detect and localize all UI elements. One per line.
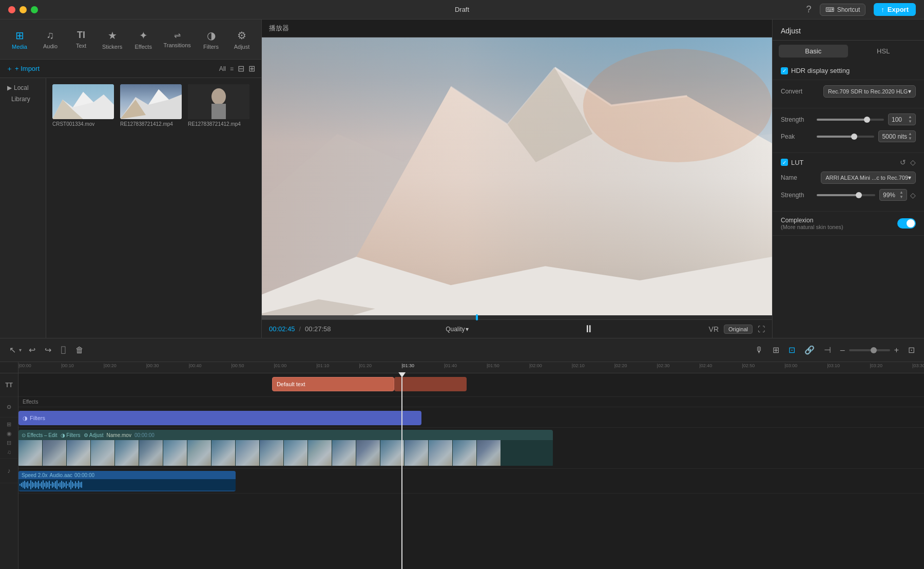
help-icon[interactable]: ? bbox=[806, 4, 812, 15]
original-button[interactable]: Original bbox=[724, 325, 753, 334]
sidebar-item-filters[interactable]: ◑ Filters bbox=[196, 25, 226, 54]
microphone-button[interactable]: 🎙 bbox=[753, 344, 765, 357]
hdr-section: ✓ HDR display setting bbox=[773, 62, 924, 80]
lut-strength-value[interactable]: 99% ▲ ▼ bbox=[879, 189, 907, 201]
library-item[interactable]: Library bbox=[4, 93, 42, 105]
sidebar-item-adjust[interactable]: ⚙ Adjust bbox=[226, 25, 257, 54]
peak-down-arrow[interactable]: ▼ bbox=[908, 137, 912, 141]
import-button[interactable]: ＋ + Import bbox=[6, 64, 40, 73]
frame-thumb bbox=[356, 440, 380, 466]
lut-strength-slider[interactable] bbox=[817, 194, 875, 196]
strength-value[interactable]: 100 ▲ ▼ bbox=[888, 113, 916, 125]
export-button[interactable]: ↑ Export bbox=[874, 3, 916, 16]
shortcut-button[interactable]: ⌨ Shortcut bbox=[820, 4, 866, 16]
ruler-mark: |01:20 bbox=[359, 363, 372, 368]
fullscreen-button[interactable]: ⛶ bbox=[758, 325, 765, 333]
media-toolbar-right: All ≡ ⊟ ⊞ bbox=[219, 64, 255, 73]
effects-edit-tag: ⊙ Effects – Edit bbox=[22, 432, 57, 438]
list-item[interactable]: 00:32 bbox=[52, 84, 114, 127]
frame-thumb bbox=[91, 440, 114, 466]
strength-slider[interactable] bbox=[817, 119, 884, 121]
tab-hsl[interactable]: HSL bbox=[849, 45, 918, 58]
frame-thumb bbox=[43, 440, 66, 466]
lut-diamond-icon[interactable]: ◇ bbox=[910, 158, 916, 166]
lut-strength-up-arrow[interactable]: ▲ bbox=[899, 191, 903, 195]
lut-name-select[interactable]: ARRI ALEXA Mini ...c to Rec.709 ▾ bbox=[821, 172, 916, 184]
play-pause-button[interactable]: ⏸ bbox=[584, 323, 594, 335]
filter-icon-tl: ◑ bbox=[23, 415, 28, 422]
text-clip-default[interactable]: Default text bbox=[272, 377, 394, 391]
timeline-ruler[interactable]: |00:00 |00:10 |00:20 |00:30 |00:40 |00:5… bbox=[18, 362, 924, 373]
filters-icon: ◑ bbox=[207, 29, 216, 42]
select-tool-button[interactable]: ↖ bbox=[7, 343, 18, 357]
link-button[interactable]: 🔗 bbox=[802, 343, 817, 357]
undo-button[interactable]: ↩ bbox=[27, 343, 37, 357]
audio-wave-icon: ♫ bbox=[7, 449, 11, 455]
scrubber-bar[interactable] bbox=[262, 315, 772, 319]
sidebar-item-stickers[interactable]: ★ Stickers bbox=[97, 25, 128, 54]
sidebar-item-transitions[interactable]: ⇌ Transitions bbox=[159, 26, 196, 52]
filter-icon[interactable]: ≡ bbox=[230, 65, 234, 72]
top-nav: ⊞ Media ♫ Audio TI Text ★ Stickers ✦ Eff… bbox=[0, 20, 261, 60]
audio-clip[interactable]: Speed 2.0x Audio.aac 00:00:00 bbox=[18, 471, 236, 491]
hdr-checkbox[interactable]: ✓ HDR display setting bbox=[781, 67, 916, 74]
list-item[interactable]: Added 00:32 RE127838721412.mp4 bbox=[188, 84, 249, 127]
sidebar-item-media[interactable]: ⊞ Media bbox=[4, 25, 35, 54]
text-clip-extension[interactable] bbox=[394, 377, 467, 391]
zoom-in-button[interactable]: + bbox=[892, 344, 901, 357]
lut-name-row: Name ARRI ALEXA Mini ...c to Rec.709 ▾ bbox=[781, 172, 916, 184]
close-button[interactable] bbox=[8, 6, 15, 13]
list-view-icon[interactable]: ⊟ bbox=[238, 64, 244, 73]
ruler-mark: |01:00 bbox=[274, 363, 286, 368]
lut-reset-icon[interactable]: ↺ bbox=[900, 158, 906, 166]
sidebar-item-text[interactable]: TI Text bbox=[66, 26, 97, 53]
file-name: CRST001334.mov bbox=[52, 121, 114, 127]
grid-view-icon[interactable]: ⊞ bbox=[248, 64, 255, 73]
strength-row: Strength 100 ▲ ▼ bbox=[781, 113, 916, 125]
delete-button[interactable]: 🗑 bbox=[73, 344, 86, 357]
timeline-view-button[interactable]: ⊞ bbox=[771, 343, 781, 357]
minimize-button[interactable] bbox=[20, 6, 27, 13]
lut-chevron-icon: ▾ bbox=[908, 174, 911, 181]
split2-button[interactable]: ⊣ bbox=[822, 343, 833, 357]
tab-basic[interactable]: Basic bbox=[779, 45, 848, 58]
convert-select[interactable]: Rec.709 SDR to Rec.2020 HLG ▾ bbox=[823, 85, 916, 98]
vr-mode-button[interactable]: VR bbox=[709, 325, 719, 333]
list-item[interactable]: 00:32 bbox=[120, 84, 182, 127]
strength-down-arrow[interactable]: ▼ bbox=[908, 120, 912, 124]
local-item[interactable]: ▶ Local bbox=[4, 82, 42, 93]
fit-button[interactable]: ⊡ bbox=[906, 343, 917, 357]
tool-dropdown-arrow[interactable]: ▾ bbox=[19, 347, 22, 353]
lut-strength-down-arrow[interactable]: ▼ bbox=[899, 195, 903, 199]
filters-clip[interactable]: ◑ Filters bbox=[18, 411, 421, 425]
video-clip[interactable]: ⊙ Effects – Edit ◑ Filters ⚙ Adjust Name… bbox=[18, 430, 553, 467]
audio-clip-header: Speed 2.0x Audio.aac 00:00:00 bbox=[18, 471, 236, 479]
split-button[interactable]: ⌷ bbox=[59, 343, 68, 357]
zoom-track[interactable] bbox=[849, 349, 890, 351]
preview-right-controls: VR Original ⛶ bbox=[709, 325, 765, 334]
video-clip-header: ⊙ Effects – Edit ◑ Filters ⚙ Adjust Name… bbox=[18, 430, 553, 440]
peak-slider[interactable] bbox=[817, 136, 874, 138]
sidebar-item-audio[interactable]: ♫ Audio bbox=[35, 25, 66, 53]
select-tool-group[interactable]: ↖ ▾ bbox=[7, 343, 22, 357]
peak-value[interactable]: 5000 nits ▲ ▼ bbox=[878, 130, 916, 142]
strength-up-arrow[interactable]: ▲ bbox=[908, 115, 912, 119]
thumbnail-image: 00:32 bbox=[120, 84, 182, 119]
complexion-toggle[interactable] bbox=[897, 218, 916, 229]
frame-thumb bbox=[187, 440, 211, 466]
preview-video bbox=[262, 37, 772, 315]
lut-strength-diamond-icon[interactable]: ◇ bbox=[910, 191, 916, 199]
quality-button[interactable]: Quality ▾ bbox=[446, 326, 469, 333]
media-icon: ⊞ bbox=[15, 29, 24, 42]
sidebar-item-effects[interactable]: ✦ Effects bbox=[128, 25, 159, 54]
video-icon: ⊞ bbox=[7, 421, 11, 428]
snap-button[interactable]: ⊡ bbox=[786, 343, 797, 357]
lut-check-icon[interactable]: ✓ bbox=[781, 159, 788, 166]
peak-up-arrow[interactable]: ▲ bbox=[908, 132, 912, 136]
maximize-button[interactable] bbox=[31, 6, 38, 13]
ruler-mark: |00:00 bbox=[18, 363, 31, 368]
redo-button[interactable]: ↪ bbox=[43, 343, 53, 357]
zoom-out-button[interactable]: – bbox=[838, 344, 847, 357]
ruler-mark: |00:30 bbox=[146, 363, 159, 368]
adjust-tabs: Basic HSL bbox=[773, 41, 924, 62]
